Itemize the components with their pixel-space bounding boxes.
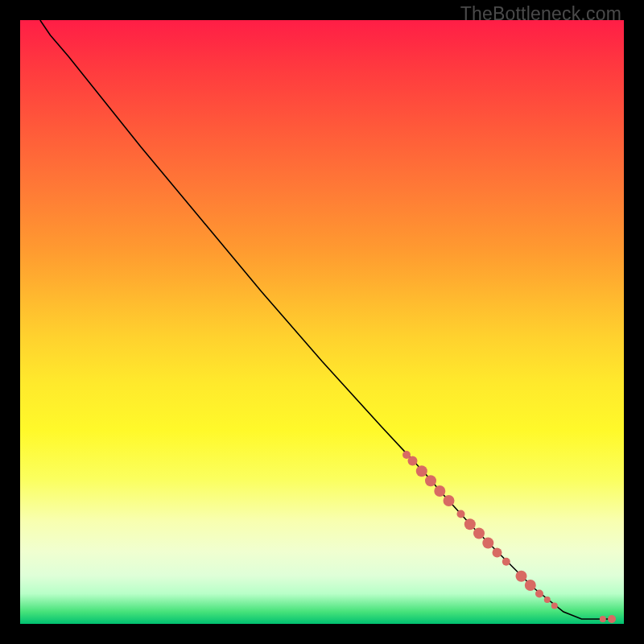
data-point <box>551 603 558 609</box>
data-point <box>425 475 436 486</box>
data-point <box>600 616 606 622</box>
data-point <box>444 495 455 506</box>
data-point <box>434 485 445 497</box>
data-point <box>416 465 427 477</box>
data-point <box>493 548 502 558</box>
data-point <box>516 571 527 582</box>
chart-frame: TheBottleneck.com <box>0 0 644 644</box>
data-point <box>457 510 465 518</box>
data-point <box>502 558 510 566</box>
data-point <box>535 590 543 598</box>
plot-area <box>20 20 624 624</box>
data-point <box>544 597 551 603</box>
data-point <box>608 615 616 623</box>
data-point <box>464 518 476 530</box>
curve-line <box>40 20 612 619</box>
data-markers <box>402 451 616 623</box>
data-point <box>473 528 485 539</box>
chart-svg <box>20 20 624 624</box>
data-point <box>525 580 536 591</box>
data-point <box>408 456 418 466</box>
data-point <box>482 538 493 549</box>
